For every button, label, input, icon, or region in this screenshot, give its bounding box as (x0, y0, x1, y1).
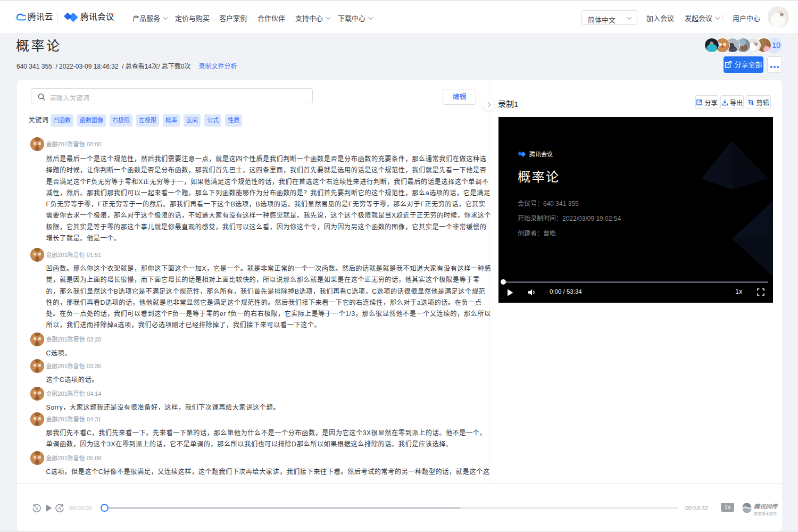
svg-text:5: 5 (58, 506, 61, 511)
svg-text:5: 5 (35, 506, 38, 511)
